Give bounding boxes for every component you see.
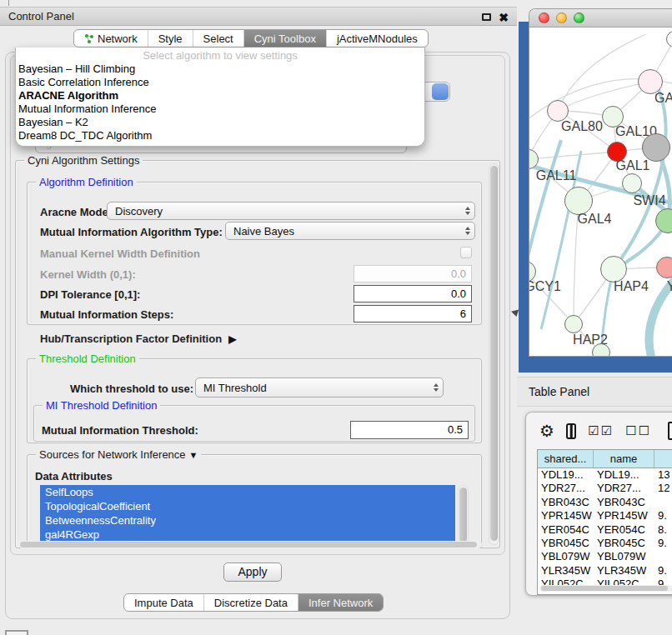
table-cell[interactable]: YBL079W	[538, 550, 594, 563]
attribute-list-item[interactable]: BetweennessCentrality	[40, 513, 455, 528]
dpi-tolerance-field[interactable]: 0.0	[354, 285, 472, 302]
table-row[interactable]: YPR145WYPR145W9.	[538, 509, 672, 522]
table-cell[interactable]: YBR043C	[594, 496, 654, 509]
table-row[interactable]: YER054CYER054C8.	[538, 523, 672, 537]
network-canvas[interactable]: GALGAL80GAL10GAL1GAL11SWI4GAL4GCY1HAP4YH…	[529, 28, 672, 356]
scrollbar-thumb[interactable]	[490, 166, 498, 541]
close-traffic-light-icon[interactable]	[539, 12, 549, 23]
network-node-hap2[interactable]	[564, 315, 583, 333]
table-header-row: shared...name	[538, 450, 672, 468]
table-horizontal-scrollbar[interactable]	[539, 585, 672, 592]
tab-select[interactable]: Select	[193, 30, 244, 47]
table-cell[interactable]: YER054C	[594, 523, 654, 537]
which-threshold-combobox[interactable]: MI Threshold	[195, 378, 444, 398]
table-cell[interactable]: YPR145W	[594, 509, 654, 522]
table-cell[interactable]	[654, 550, 672, 563]
column-header[interactable]: shared...	[538, 450, 594, 468]
gear-icon[interactable]: ⚙	[539, 422, 554, 439]
table-row[interactable]: YLR345WYLR345W9.	[538, 564, 672, 578]
scrollbar-thumb[interactable]	[541, 586, 668, 591]
tab-style[interactable]: Style	[148, 30, 193, 47]
table-cell[interactable]: YBR045C	[594, 537, 654, 550]
split-columns-icon[interactable]	[566, 423, 576, 439]
sources-title[interactable]: Sources for Network Inference▼	[36, 448, 201, 461]
table-cell[interactable]: 12	[654, 482, 672, 495]
table-row[interactable]: YDR27...YDR27...12	[538, 482, 672, 495]
apply-button[interactable]: Apply	[223, 562, 282, 582]
network-window-titlebar	[529, 9, 672, 28]
which-threshold-value: MI Threshold	[203, 382, 267, 394]
dropdown-item[interactable]: Dream8 DC_TDC Algorithm	[16, 129, 424, 142]
table-cell[interactable]: 13	[654, 468, 672, 482]
mi-steps-field[interactable]: 6	[354, 305, 472, 322]
table-cell[interactable]: 9.	[654, 537, 672, 550]
table-cell[interactable]: YDR27...	[538, 482, 594, 495]
kernel-width-field[interactable]: 0.0	[354, 265, 472, 282]
dropdown-item[interactable]: Mutual Information Inference	[16, 102, 424, 116]
network-node-swi4[interactable]	[622, 173, 642, 193]
table-row[interactable]: YDL19...YDL19...13	[538, 468, 672, 482]
column-header[interactable]	[654, 450, 672, 468]
table-cell[interactable]: 8.	[654, 523, 672, 537]
table-cell[interactable]: YBR043C	[538, 496, 594, 509]
table-cell[interactable]: YPR145W	[538, 509, 594, 522]
dropdown-item[interactable]: Bayesian – K2	[16, 116, 424, 129]
column-header[interactable]: name	[594, 450, 654, 468]
table-cell[interactable]: YDL19...	[594, 468, 654, 482]
data-attributes-label: Data Attributes	[35, 470, 113, 482]
document-icon[interactable]	[668, 422, 672, 440]
attribute-list-item[interactable]: TopologicalCoefficient	[40, 499, 455, 513]
settings-horizontal-scrollbar[interactable]	[18, 541, 482, 548]
table-row[interactable]: YBR045CYBR045C9.	[538, 537, 672, 550]
mi-type-combobox[interactable]: Naive Bayes	[225, 222, 475, 240]
network-node-gal4[interactable]	[564, 187, 593, 215]
table-cell[interactable]: YBR045C	[538, 537, 594, 550]
data-attributes-list: SelfLoopsTopologicalCoefficientBetweenne…	[40, 485, 455, 545]
table-cell[interactable]: YDR27...	[594, 482, 654, 495]
table-row[interactable]: YBL079WYBL079W	[538, 550, 672, 563]
manual-kernel-checkbox[interactable]	[460, 247, 472, 258]
close-panel-icon[interactable]: ✖	[499, 12, 509, 23]
attribute-list-item[interactable]: SelfLoops	[40, 485, 455, 499]
float-window-icon[interactable]	[482, 13, 491, 21]
tab-cyni-toolbox[interactable]: Cyni Toolbox	[244, 30, 327, 47]
table-cell[interactable]: YBL079W	[594, 550, 654, 563]
attributes-vertical-scrollbar[interactable]	[458, 485, 469, 545]
tab-impute-data[interactable]: Impute Data	[124, 594, 204, 611]
deselect-all-rows-icon[interactable]: ☐☐	[625, 423, 651, 438]
table-cell[interactable]: YLR345W	[594, 564, 654, 578]
node-label: Y	[667, 279, 672, 294]
table-cell[interactable]: YER054C	[538, 523, 594, 537]
tab-discretize-data[interactable]: Discretize Data	[204, 594, 298, 611]
minimize-traffic-light-icon[interactable]	[556, 12, 567, 23]
attribute-list-item[interactable]: gal4RGexp	[40, 528, 455, 542]
table-cell[interactable]: 9.	[654, 564, 672, 578]
dropdown-item[interactable]: ARACNE Algorithm	[16, 89, 424, 102]
scrollbar-thumb[interactable]	[20, 542, 477, 548]
network-node-y[interactable]	[656, 257, 672, 278]
dropdown-item[interactable]: Basic Correlation Inference	[16, 76, 424, 89]
settings-vertical-scrollbar[interactable]	[489, 163, 499, 545]
hub-definition-toggle[interactable]: Hub/Transcription Factor Definition▶	[40, 332, 236, 345]
aracne-mode-combobox[interactable]: Discovery	[107, 202, 475, 220]
tab-label: Select	[203, 32, 233, 45]
algorithm-definition-title: Algorithm Definition	[36, 176, 137, 188]
tab-network[interactable]: Network	[74, 30, 148, 47]
table-cell[interactable]: YDL19...	[538, 468, 594, 482]
control-panel-tabs: NetworkStyleSelectCyni ToolboxjActiveMNo…	[73, 29, 429, 48]
cyni-bottom-tabs: Impute DataDiscretize DataInfer Network	[123, 593, 384, 612]
network-node[interactable]	[642, 133, 670, 162]
table-cell[interactable]: 9.	[654, 509, 672, 522]
scrollbar-thumb[interactable]	[459, 488, 467, 542]
tab-jactivemnodules[interactable]: jActiveMNodules	[327, 30, 428, 47]
table-cell[interactable]: YLR345W	[538, 564, 594, 578]
dropdown-item[interactable]: Bayesian – Hill Climbing	[16, 62, 424, 76]
table-cell[interactable]	[654, 496, 672, 509]
mi-threshold-field[interactable]: 0.5	[350, 421, 469, 439]
tab-infer-network[interactable]: Infer Network	[298, 594, 383, 611]
mi-threshold-definition-title: MI Threshold Definition	[43, 399, 160, 412]
table-row[interactable]: YBR043CYBR043C	[538, 496, 672, 509]
select-all-rows-icon[interactable]: ☑☑	[588, 423, 614, 438]
network-node[interactable]	[592, 343, 610, 356]
zoom-traffic-light-icon[interactable]	[574, 12, 584, 23]
